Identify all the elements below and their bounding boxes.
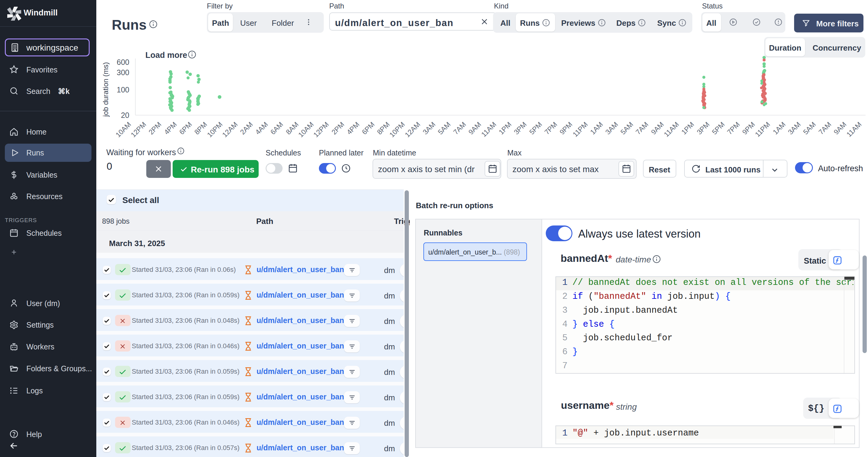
svg-text:5AM: 5AM	[619, 120, 635, 136]
svg-text:1PM: 1PM	[680, 120, 696, 136]
svg-text:3AM: 3AM	[786, 120, 802, 136]
svg-text:4PM: 4PM	[163, 120, 178, 136]
svg-text:12PM: 12PM	[129, 120, 148, 139]
svg-text:5PM: 5PM	[528, 120, 544, 136]
svg-text:6AM: 6AM	[269, 120, 285, 136]
svg-text:5PM: 5PM	[711, 120, 726, 136]
svg-text:100: 100	[117, 85, 129, 94]
svg-text:job duration (ms): job duration (ms)	[101, 62, 110, 117]
svg-text:11AM: 11AM	[845, 120, 863, 139]
svg-text:3PM: 3PM	[513, 120, 528, 136]
svg-text:11PM: 11PM	[753, 120, 772, 139]
svg-text:10PM: 10PM	[206, 120, 224, 139]
svg-text:11AM: 11AM	[662, 120, 681, 139]
svg-text:12PM: 12PM	[312, 120, 331, 139]
svg-text:7PM: 7PM	[543, 120, 559, 136]
svg-text:12AM: 12AM	[403, 120, 422, 139]
svg-text:10AM: 10AM	[114, 120, 133, 139]
svg-text:3AM: 3AM	[604, 120, 620, 136]
svg-text:2AM: 2AM	[239, 120, 254, 136]
svg-text:7AM: 7AM	[634, 120, 650, 136]
svg-text:3PM: 3PM	[695, 120, 711, 136]
svg-text:10AM: 10AM	[297, 120, 315, 139]
svg-text:4AM: 4AM	[254, 120, 270, 136]
svg-text:6PM: 6PM	[178, 120, 193, 136]
svg-text:9PM: 9PM	[558, 120, 574, 136]
svg-text:7AM: 7AM	[452, 120, 468, 136]
svg-text:6PM: 6PM	[361, 120, 376, 136]
svg-text:4PM: 4PM	[345, 120, 361, 136]
svg-text:3AM: 3AM	[421, 120, 437, 136]
svg-text:1AM: 1AM	[589, 120, 604, 136]
svg-text:12AM: 12AM	[221, 120, 239, 139]
svg-text:2PM: 2PM	[330, 120, 346, 136]
svg-text:1PM: 1PM	[497, 120, 513, 136]
svg-text:7AM: 7AM	[817, 120, 833, 136]
svg-text:5AM: 5AM	[802, 120, 817, 136]
svg-text:5AM: 5AM	[436, 120, 452, 136]
svg-text:600: 600	[117, 58, 129, 66]
svg-text:2PM: 2PM	[147, 120, 163, 136]
svg-text:11PM: 11PM	[571, 120, 589, 139]
svg-text:20: 20	[121, 111, 129, 119]
svg-text:11AM: 11AM	[480, 120, 498, 139]
svg-text:7PM: 7PM	[726, 120, 741, 136]
svg-text:1AM: 1AM	[771, 120, 787, 136]
svg-text:300: 300	[117, 68, 129, 77]
svg-text:10PM: 10PM	[388, 120, 406, 139]
